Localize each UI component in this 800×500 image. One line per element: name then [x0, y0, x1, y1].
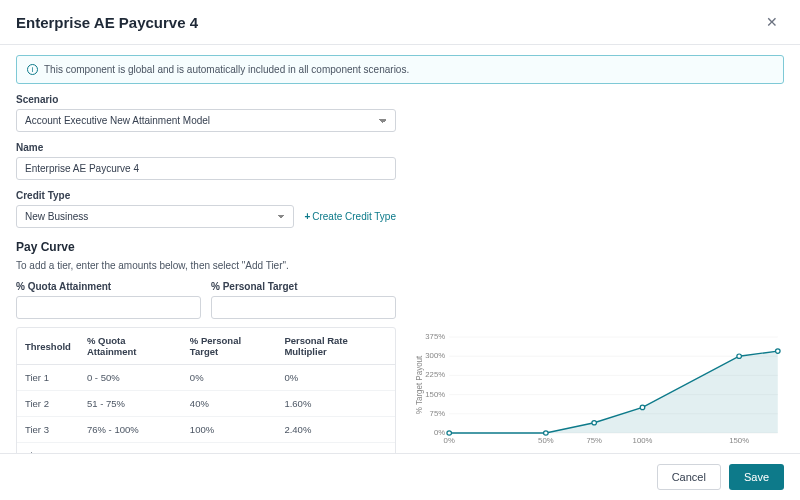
tier-table: Threshold % Quota Attainment % Personal …	[16, 327, 396, 453]
banner-text: This component is global and is automati…	[44, 64, 409, 75]
name-input[interactable]	[16, 157, 396, 180]
paycurve-chart: 0%75%150%225%300%375%0%50%75%100%150%% Q…	[412, 331, 784, 453]
table-row[interactable]: Tier 10 - 50%0%0%	[17, 365, 395, 391]
scenario-select[interactable]: Account Executive New Attainment Model	[16, 109, 396, 132]
svg-text:75%: 75%	[586, 436, 602, 445]
info-icon: i	[27, 64, 38, 75]
credit-type-select[interactable]: New Business	[16, 205, 294, 228]
svg-point-23	[776, 349, 781, 353]
col-multiplier: Personal Rate Multiplier	[276, 328, 395, 365]
page-title: Enterprise AE Paycurve 4	[16, 14, 198, 31]
svg-text:% Quota Attainment: % Quota Attainment	[577, 452, 651, 453]
plus-icon: +	[304, 211, 310, 222]
paycurve-hint: To add a tier, enter the amounts below, …	[16, 260, 784, 271]
svg-marker-17	[449, 351, 778, 433]
svg-text:50%: 50%	[538, 436, 554, 445]
credit-type-label: Credit Type	[16, 190, 294, 201]
personal-target-input[interactable]	[211, 296, 396, 319]
col-quota: % Quota Attainment	[79, 328, 182, 365]
name-label: Name	[16, 142, 784, 153]
svg-text:100%: 100%	[633, 436, 653, 445]
create-credit-type-button[interactable]: +Create Credit Type	[304, 211, 396, 228]
svg-text:75%: 75%	[430, 409, 446, 418]
svg-text:% Target Payout: % Target Payout	[415, 355, 424, 414]
scenario-label: Scenario	[16, 94, 784, 105]
col-threshold: Threshold	[17, 328, 79, 365]
svg-point-18	[447, 431, 452, 435]
cancel-button[interactable]: Cancel	[657, 464, 721, 490]
svg-text:150%: 150%	[729, 436, 749, 445]
svg-point-20	[592, 421, 597, 425]
paycurve-title: Pay Curve	[16, 240, 784, 254]
personal-target-label: % Personal Target	[211, 281, 396, 292]
table-row[interactable]: Tier 251 - 75%40%1.60%	[17, 391, 395, 417]
info-banner: i This component is global and is automa…	[16, 55, 784, 84]
quota-attainment-label: % Quota Attainment	[16, 281, 201, 292]
save-button[interactable]: Save	[729, 464, 784, 490]
svg-text:0%: 0%	[444, 436, 455, 445]
svg-text:375%: 375%	[425, 332, 445, 341]
svg-text:300%: 300%	[425, 351, 445, 360]
quota-attainment-input[interactable]	[16, 296, 201, 319]
svg-point-19	[544, 431, 549, 435]
table-row[interactable]: Tier 4101% - 150%300%4.00%	[17, 443, 395, 454]
svg-point-21	[640, 405, 645, 409]
svg-point-22	[737, 354, 742, 358]
table-row[interactable]: Tier 376% - 100%100%2.40%	[17, 417, 395, 443]
col-target: % Personal Target	[182, 328, 277, 365]
close-icon[interactable]: ✕	[760, 12, 784, 32]
svg-text:225%: 225%	[425, 371, 445, 380]
svg-text:150%: 150%	[425, 390, 445, 399]
